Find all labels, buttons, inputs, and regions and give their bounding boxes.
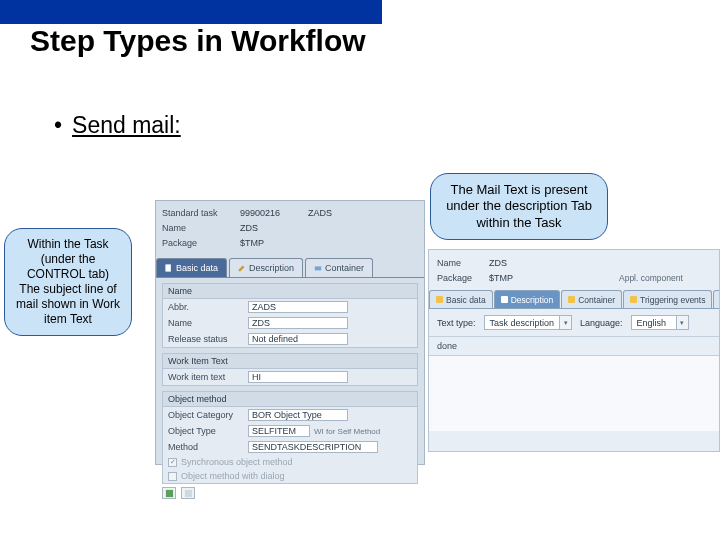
pencil-icon: [238, 264, 246, 272]
tab-basic-data[interactable]: Basic data: [156, 258, 227, 277]
text-type-value: Task description: [485, 318, 560, 328]
group-work-item-text: Work Item Text Work item text: [162, 353, 418, 386]
tab2-cont-label: Container: [578, 295, 615, 305]
group-name-title: Name: [163, 284, 417, 299]
obj-type-note: WI for Self Method: [314, 427, 380, 436]
mail-text-empty-area[interactable]: [429, 355, 719, 431]
task-tab-bar: Basic data Description Container: [156, 258, 424, 278]
method-label: Method: [168, 442, 248, 452]
tab2-desc-label: Description: [511, 295, 554, 305]
basic-icon: [436, 296, 443, 303]
obj-type-field[interactable]: [248, 425, 310, 437]
sync-checkbox[interactable]: ✓: [168, 458, 177, 467]
group-wit-title: Work Item Text: [163, 354, 417, 369]
desc-tab-bar: Basic data Description Container Trigger…: [429, 290, 719, 309]
chevron-down-icon: ▾: [559, 316, 571, 329]
selector-row: Text type: Task description ▾ Language: …: [429, 309, 719, 336]
text-type-select[interactable]: Task description ▾: [484, 315, 573, 330]
callout-right: The Mail Text is present under the descr…: [430, 173, 608, 240]
sap-panel-task: Standard task 99900216 ZADS Name ZDS Pac…: [155, 200, 425, 465]
trigger-icon: [630, 296, 637, 303]
bullet-dot: •: [54, 112, 62, 138]
sync-label: Synchronous object method: [181, 457, 293, 467]
name-value-2: ZDS: [489, 258, 507, 268]
package-value: $TMP: [240, 238, 264, 248]
footer-toolbar: [156, 484, 424, 502]
obj-cat-label: Object Category: [168, 410, 248, 420]
page-title: Step Types in Workflow: [30, 24, 366, 58]
tab2-basic-data[interactable]: Basic data: [429, 290, 493, 308]
tab-container-label: Container: [325, 263, 364, 273]
tab-desc-label: Description: [249, 263, 294, 273]
wit-label: Work item text: [168, 372, 248, 382]
tab2-description[interactable]: Description: [494, 290, 561, 308]
dialog-label: Object method with dialog: [181, 471, 285, 481]
desc-header: Name ZDS Package $TMP Appl. component: [429, 250, 719, 290]
group-object-method: Object method Object Category Object Typ…: [162, 391, 418, 484]
package-value-2: $TMP: [489, 273, 619, 283]
tab2-container[interactable]: Container: [561, 290, 622, 308]
tab-basic-label: Basic data: [176, 263, 218, 273]
method-field[interactable]: [248, 441, 378, 453]
tab-description[interactable]: Description: [229, 258, 303, 277]
document-icon: [165, 264, 173, 272]
sync-method-row: ✓ Synchronous object method: [163, 455, 417, 469]
container-icon: [314, 264, 322, 272]
wit-field[interactable]: [248, 371, 348, 383]
name-field[interactable]: [248, 317, 348, 329]
slide-top-bar: [0, 0, 382, 24]
language-select[interactable]: English ▾: [631, 315, 689, 330]
dialog-checkbox[interactable]: [168, 472, 177, 481]
task-name-value: ZDS: [240, 223, 258, 233]
callout-left: Within the Task (under the CONTROL tab) …: [4, 228, 132, 336]
name-label-2: Name: [437, 258, 489, 268]
tab-container[interactable]: Container: [305, 258, 373, 277]
language-label: Language:: [580, 318, 623, 328]
release-label: Release status: [168, 334, 248, 344]
action-icon-1[interactable]: [162, 487, 176, 499]
package-label-2: Package: [437, 273, 489, 283]
svg-rect-2: [315, 266, 321, 270]
svg-rect-0: [166, 265, 171, 271]
bullet-text: Send mail:: [72, 112, 181, 138]
chevron-down-icon: ▾: [676, 316, 688, 329]
task-name-label: Name: [162, 223, 240, 233]
bullet-send-mail: •Send mail:: [54, 112, 181, 139]
tab2-trig-label: Triggering events: [640, 295, 705, 305]
std-task-label: Standard task: [162, 208, 240, 218]
std-task-number: 99900216: [240, 208, 308, 218]
std-task-code: ZADS: [308, 208, 332, 218]
group-name: Name Abbr. Name Release status: [162, 283, 418, 348]
task-header: Standard task 99900216 ZADS Name ZDS Pac…: [156, 201, 424, 254]
release-field[interactable]: [248, 333, 348, 345]
container-icon: [568, 296, 575, 303]
svg-rect-4: [184, 489, 191, 496]
dialog-method-row: Object method with dialog: [163, 469, 417, 483]
sap-panel-description: Name ZDS Package $TMP Appl. component Ba…: [428, 249, 720, 452]
appl-comp-label: Appl. component: [619, 273, 683, 283]
pencil-icon: [501, 296, 508, 303]
name-label: Name: [168, 318, 248, 328]
tab2-terminating[interactable]: Terminat: [713, 290, 719, 308]
action-icon-2[interactable]: [181, 487, 195, 499]
svg-rect-3: [165, 489, 172, 496]
package-label: Package: [162, 238, 240, 248]
obj-cat-field[interactable]: [248, 409, 348, 421]
abbr-field[interactable]: [248, 301, 348, 313]
obj-type-label: Object Type: [168, 426, 248, 436]
tab2-basic-label: Basic data: [446, 295, 486, 305]
group-obj-title: Object method: [163, 392, 417, 407]
text-type-label: Text type:: [437, 318, 476, 328]
language-value: English: [632, 318, 676, 328]
tab2-triggering[interactable]: Triggering events: [623, 290, 712, 308]
abbr-label: Abbr.: [168, 302, 248, 312]
mail-text-body[interactable]: done: [429, 337, 719, 355]
